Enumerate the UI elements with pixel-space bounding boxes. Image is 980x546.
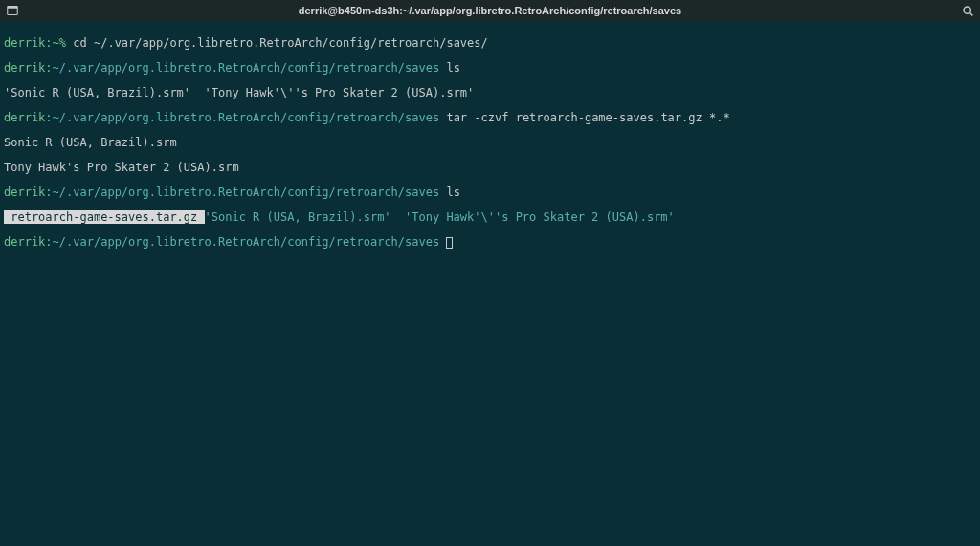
prompt-path: /.var/app/org.libretro.RetroArch/config/… (59, 111, 439, 124)
cursor[interactable] (446, 237, 453, 249)
highlighted-file: retroarch-game-saves.tar.gz (4, 210, 205, 224)
command-text: cd ~/.var/app/org.libretro.RetroArch/con… (73, 36, 487, 50)
output-text: 'Sonic R (USA, Brazil).srm' 'Tony Hawk'\… (4, 86, 474, 99)
terminal-line: derrik:~% cd ~/.var/app/org.libretro.Ret… (4, 37, 976, 50)
window-titlebar: derrik@b450m-ds3h:~/.var/app/org.libretr… (0, 0, 980, 21)
prompt-tilde: ~ (53, 36, 59, 50)
terminal-output-area[interactable]: derrik:~% cd ~/.var/app/org.libretro.Ret… (0, 21, 980, 265)
output-text: Tony Hawk's Pro Skater 2 (USA).srm (4, 161, 239, 174)
search-icon[interactable] (961, 4, 974, 17)
prompt-user: derrik (4, 186, 45, 199)
prompt-path: /.var/app/org.libretro.RetroArch/config/… (59, 61, 439, 75)
terminal-line: retroarch-game-saves.tar.gz 'Sonic R (US… (4, 211, 976, 224)
command-text: ls (446, 61, 459, 75)
terminal-line: Tony Hawk's Pro Skater 2 (USA).srm (4, 162, 976, 174)
svg-line-3 (969, 12, 972, 15)
terminal-icon (6, 4, 19, 17)
prompt-user: derrik (4, 36, 45, 50)
terminal-line: 'Sonic R (USA, Brazil).srm' 'Tony Hawk'\… (4, 87, 976, 99)
prompt-tilde: ~ (53, 61, 59, 75)
prompt-tilde: ~ (53, 111, 59, 124)
prompt-sep: : (45, 61, 52, 75)
file-name: 'Tony Hawk'\''s Pro Skater 2 (USA).srm' (405, 210, 675, 224)
terminal-line: derrik:~/.var/app/org.libretro.RetroArch… (4, 236, 976, 249)
prompt-sep: : (45, 36, 52, 50)
prompt-user: derrik (4, 111, 45, 124)
prompt-path: /.var/app/org.libretro.RetroArch/config/… (59, 235, 439, 249)
command-text: tar -czvf retroarch-game-saves.tar.gz *.… (446, 111, 729, 124)
terminal-line: derrik:~/.var/app/org.libretro.RetroArch… (4, 62, 976, 75)
terminal-line: Sonic R (USA, Brazil).srm (4, 137, 976, 149)
prompt-user: derrik (4, 235, 45, 249)
window-title: derrik@b450m-ds3h:~/.var/app/org.libretr… (299, 5, 681, 16)
prompt-tilde: ~ (53, 235, 59, 249)
spacer (391, 210, 405, 224)
prompt-tilde: ~ (53, 186, 59, 199)
prompt-symbol (439, 235, 446, 249)
prompt-sep: : (45, 235, 52, 249)
terminal-line: derrik:~/.var/app/org.libretro.RetroArch… (4, 112, 976, 124)
svg-rect-1 (8, 7, 18, 9)
terminal-line: derrik:~/.var/app/org.libretro.RetroArch… (4, 186, 976, 199)
output-text: Sonic R (USA, Brazil).srm (4, 136, 177, 149)
prompt-symbol: % (59, 36, 73, 50)
prompt-user: derrik (4, 61, 45, 75)
prompt-sep: : (45, 186, 52, 199)
prompt-path: /.var/app/org.libretro.RetroArch/config/… (59, 186, 439, 199)
svg-point-2 (964, 7, 970, 13)
command-text: ls (446, 186, 459, 199)
prompt-sep: : (45, 111, 52, 124)
file-name: 'Sonic R (USA, Brazil).srm' (205, 210, 391, 224)
